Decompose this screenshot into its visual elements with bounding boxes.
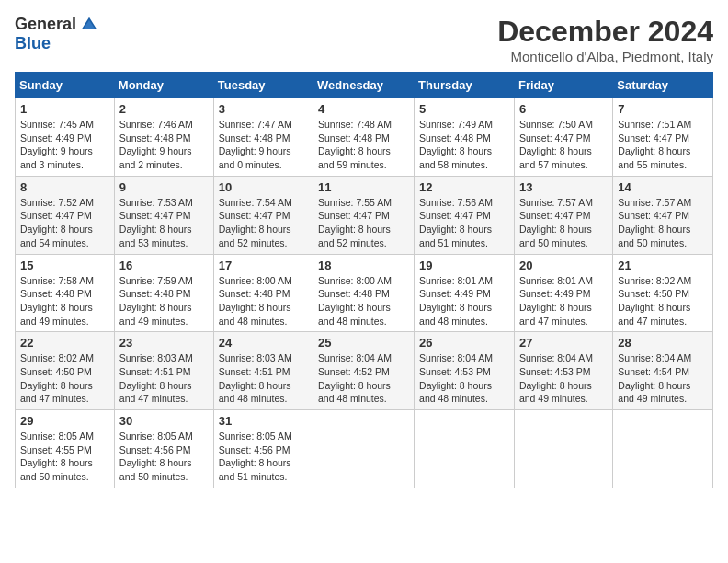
day-cell: 22 Sunrise: 8:02 AM Sunset: 4:50 PM Dayl… (16, 332, 115, 410)
day-cell: 11 Sunrise: 7:55 AM Sunset: 4:47 PM Dayl… (313, 176, 415, 254)
day-info: Sunrise: 7:48 AM Sunset: 4:48 PM Dayligh… (318, 118, 409, 172)
day-number: 7 (618, 102, 708, 116)
day-number: 27 (519, 336, 608, 350)
day-info: Sunrise: 7:45 AM Sunset: 4:49 PM Dayligh… (20, 118, 109, 172)
day-number: 19 (419, 259, 509, 272)
day-number: 18 (318, 259, 409, 272)
day-number: 13 (519, 180, 608, 194)
day-info: Sunrise: 8:03 AM Sunset: 4:51 PM Dayligh… (219, 351, 308, 406)
day-cell: 1 Sunrise: 7:45 AM Sunset: 4:49 PM Dayli… (16, 98, 115, 177)
header: General Blue December 2024 Monticello d'… (15, 15, 713, 64)
day-info: Sunrise: 8:01 AM Sunset: 4:49 PM Dayligh… (419, 274, 509, 328)
day-cell: 24 Sunrise: 8:03 AM Sunset: 4:51 PM Dayl… (213, 332, 313, 410)
day-number: 14 (618, 180, 708, 194)
day-cell: 31 Sunrise: 8:05 AM Sunset: 4:56 PM Dayl… (213, 410, 313, 488)
day-info: Sunrise: 8:04 AM Sunset: 4:53 PM Dayligh… (519, 351, 608, 406)
header-thursday: Thursday (415, 73, 515, 98)
day-info: Sunrise: 8:05 AM Sunset: 4:55 PM Dayligh… (20, 430, 109, 484)
day-cell: 16 Sunrise: 7:59 AM Sunset: 4:48 PM Dayl… (114, 254, 213, 332)
day-info: Sunrise: 7:53 AM Sunset: 4:47 PM Dayligh… (119, 196, 209, 250)
calendar-table: SundayMondayTuesdayWednesdayThursdayFrid… (15, 72, 713, 488)
day-cell: 14 Sunrise: 7:57 AM Sunset: 4:47 PM Dayl… (613, 176, 713, 254)
day-number: 9 (119, 180, 209, 194)
day-cell: 13 Sunrise: 7:57 AM Sunset: 4:47 PM Dayl… (514, 176, 612, 254)
day-info: Sunrise: 8:05 AM Sunset: 4:56 PM Dayligh… (119, 430, 209, 484)
title-area: December 2024 Monticello d'Alba, Piedmon… (497, 15, 713, 64)
day-number: 28 (618, 336, 708, 350)
day-cell: 17 Sunrise: 8:00 AM Sunset: 4:48 PM Dayl… (213, 254, 313, 332)
day-info: Sunrise: 7:55 AM Sunset: 4:47 PM Dayligh… (318, 196, 409, 250)
month-title: December 2024 (497, 15, 713, 49)
day-info: Sunrise: 7:57 AM Sunset: 4:47 PM Dayligh… (519, 196, 608, 250)
day-number: 5 (419, 102, 509, 116)
day-number: 26 (419, 336, 509, 350)
logo-blue-text: Blue (15, 34, 51, 53)
day-info: Sunrise: 8:05 AM Sunset: 4:56 PM Dayligh… (219, 430, 308, 484)
header-saturday: Saturday (613, 73, 713, 98)
day-number: 24 (219, 336, 308, 350)
day-cell (313, 410, 415, 488)
day-info: Sunrise: 7:47 AM Sunset: 4:48 PM Dayligh… (219, 118, 308, 172)
day-info: Sunrise: 8:02 AM Sunset: 4:50 PM Dayligh… (20, 351, 109, 406)
day-cell: 7 Sunrise: 7:51 AM Sunset: 4:47 PM Dayli… (613, 98, 713, 177)
day-cell: 6 Sunrise: 7:50 AM Sunset: 4:47 PM Dayli… (514, 98, 612, 177)
day-cell: 23 Sunrise: 8:03 AM Sunset: 4:51 PM Dayl… (114, 332, 213, 410)
header-friday: Friday (514, 73, 612, 98)
day-info: Sunrise: 7:51 AM Sunset: 4:47 PM Dayligh… (618, 118, 708, 172)
day-number: 1 (20, 102, 109, 116)
logo-icon (80, 16, 98, 34)
day-number: 4 (318, 102, 409, 116)
day-cell: 2 Sunrise: 7:46 AM Sunset: 4:48 PM Dayli… (114, 98, 213, 177)
week-row-4: 22 Sunrise: 8:02 AM Sunset: 4:50 PM Dayl… (16, 332, 713, 410)
day-info: Sunrise: 7:58 AM Sunset: 4:48 PM Dayligh… (20, 274, 109, 328)
day-number: 22 (20, 336, 109, 350)
day-number: 21 (618, 259, 708, 272)
day-number: 12 (419, 180, 509, 194)
week-row-1: 1 Sunrise: 7:45 AM Sunset: 4:49 PM Dayli… (16, 98, 713, 177)
day-cell: 27 Sunrise: 8:04 AM Sunset: 4:53 PM Dayl… (514, 332, 612, 410)
week-row-5: 29 Sunrise: 8:05 AM Sunset: 4:55 PM Dayl… (16, 410, 713, 488)
day-cell (514, 410, 612, 488)
day-info: Sunrise: 8:01 AM Sunset: 4:49 PM Dayligh… (519, 274, 608, 328)
day-info: Sunrise: 8:03 AM Sunset: 4:51 PM Dayligh… (119, 351, 209, 406)
day-info: Sunrise: 8:00 AM Sunset: 4:48 PM Dayligh… (219, 274, 308, 328)
day-cell: 20 Sunrise: 8:01 AM Sunset: 4:49 PM Dayl… (514, 254, 612, 332)
day-cell: 25 Sunrise: 8:04 AM Sunset: 4:52 PM Dayl… (313, 332, 415, 410)
day-cell: 15 Sunrise: 7:58 AM Sunset: 4:48 PM Dayl… (16, 254, 115, 332)
day-number: 15 (20, 259, 109, 272)
day-cell: 4 Sunrise: 7:48 AM Sunset: 4:48 PM Dayli… (313, 98, 415, 177)
day-cell: 30 Sunrise: 8:05 AM Sunset: 4:56 PM Dayl… (114, 410, 213, 488)
day-info: Sunrise: 7:46 AM Sunset: 4:48 PM Dayligh… (119, 118, 209, 172)
day-number: 3 (219, 102, 308, 116)
day-number: 30 (119, 414, 209, 428)
day-number: 11 (318, 180, 409, 194)
day-info: Sunrise: 8:04 AM Sunset: 4:52 PM Dayligh… (318, 351, 409, 406)
day-info: Sunrise: 7:52 AM Sunset: 4:47 PM Dayligh… (20, 196, 109, 250)
day-number: 17 (219, 259, 308, 272)
day-cell: 5 Sunrise: 7:49 AM Sunset: 4:48 PM Dayli… (415, 98, 515, 177)
day-info: Sunrise: 7:49 AM Sunset: 4:48 PM Dayligh… (419, 118, 509, 172)
day-number: 31 (219, 414, 308, 428)
day-cell (613, 410, 713, 488)
day-cell: 21 Sunrise: 8:02 AM Sunset: 4:50 PM Dayl… (613, 254, 713, 332)
day-number: 6 (519, 102, 608, 116)
day-number: 23 (119, 336, 209, 350)
logo: General Blue (15, 15, 98, 53)
logo-general-text: General (15, 15, 76, 34)
day-cell (415, 410, 515, 488)
day-cell: 28 Sunrise: 8:04 AM Sunset: 4:54 PM Dayl… (613, 332, 713, 410)
day-info: Sunrise: 7:56 AM Sunset: 4:47 PM Dayligh… (419, 196, 509, 250)
day-info: Sunrise: 8:00 AM Sunset: 4:48 PM Dayligh… (318, 274, 409, 328)
location-title: Monticello d'Alba, Piedmont, Italy (497, 49, 713, 64)
day-info: Sunrise: 8:04 AM Sunset: 4:54 PM Dayligh… (618, 351, 708, 406)
day-cell: 12 Sunrise: 7:56 AM Sunset: 4:47 PM Dayl… (415, 176, 515, 254)
day-info: Sunrise: 8:04 AM Sunset: 4:53 PM Dayligh… (419, 351, 509, 406)
day-cell: 9 Sunrise: 7:53 AM Sunset: 4:47 PM Dayli… (114, 176, 213, 254)
header-wednesday: Wednesday (313, 73, 415, 98)
day-cell: 26 Sunrise: 8:04 AM Sunset: 4:53 PM Dayl… (415, 332, 515, 410)
header-tuesday: Tuesday (213, 73, 313, 98)
day-cell: 10 Sunrise: 7:54 AM Sunset: 4:47 PM Dayl… (213, 176, 313, 254)
week-row-3: 15 Sunrise: 7:58 AM Sunset: 4:48 PM Dayl… (16, 254, 713, 332)
day-cell: 8 Sunrise: 7:52 AM Sunset: 4:47 PM Dayli… (16, 176, 115, 254)
day-info: Sunrise: 7:57 AM Sunset: 4:47 PM Dayligh… (618, 196, 708, 250)
